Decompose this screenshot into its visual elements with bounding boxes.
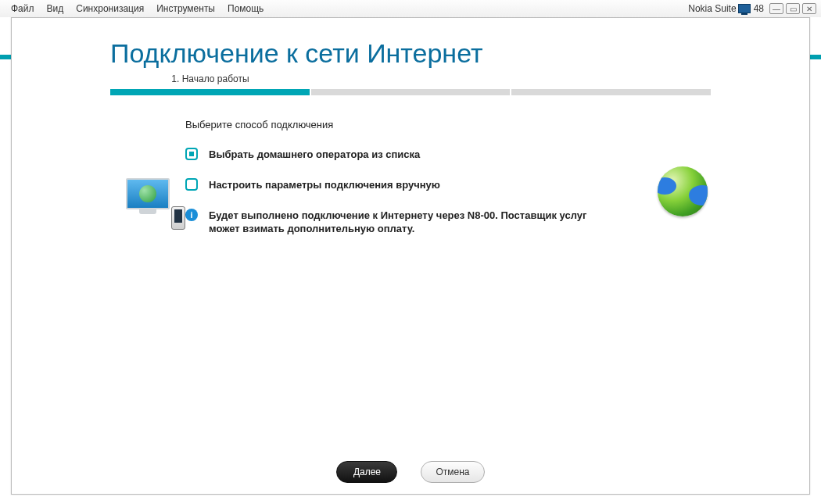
prompt-text: Выберите способ подключения — [185, 119, 687, 130]
maximize-button[interactable]: ▭ — [786, 3, 800, 14]
progress-bar — [110, 89, 711, 95]
progress-seg-1 — [110, 89, 310, 95]
app-title: Nokia Suite — [688, 3, 737, 14]
menu-bar: Файл Вид Синхронизация Инструменты Помощ… — [0, 0, 821, 17]
option-select-operator[interactable]: Выбрать домашнего оператора из списка — [185, 148, 687, 161]
option-manual-settings[interactable]: Настроить параметры подключения вручную — [185, 178, 687, 191]
page-title: Подключение к сети Интернет — [110, 38, 711, 69]
close-button[interactable]: ✕ — [802, 3, 816, 14]
radio-manual-settings[interactable] — [185, 178, 198, 191]
menu-tools[interactable]: Инструменты — [150, 2, 221, 16]
option1-label: Выбрать домашнего оператора из списка — [209, 148, 420, 161]
minimize-button[interactable]: — — [769, 3, 783, 14]
progress-seg-3 — [511, 89, 711, 95]
menu-sync[interactable]: Синхронизация — [70, 2, 150, 16]
option2-label: Настроить параметры подключения вручную — [209, 178, 440, 191]
step-label: 1. Начало работы — [110, 73, 310, 84]
globe-icon — [658, 166, 708, 216]
indicator-number: 48 — [752, 3, 767, 14]
cancel-button[interactable]: Отмена — [421, 461, 484, 483]
next-button[interactable]: Далее — [336, 461, 397, 483]
progress-seg-2 — [311, 89, 511, 95]
menu-help[interactable]: Помощь — [221, 2, 270, 16]
menu-view[interactable]: Вид — [41, 2, 70, 16]
wizard-panel: Подключение к сети Интернет 1. Начало ра… — [11, 17, 810, 495]
device-icon — [738, 4, 751, 13]
radio-select-operator[interactable] — [185, 148, 198, 160]
menu-file[interactable]: Файл — [5, 2, 41, 16]
info-text: Будет выполнено подключение к Интернету … — [209, 209, 615, 235]
info-row: i Будет выполнено подключение к Интернет… — [185, 209, 687, 235]
computer-phone-icon — [126, 178, 184, 227]
info-icon: i — [185, 209, 198, 221]
